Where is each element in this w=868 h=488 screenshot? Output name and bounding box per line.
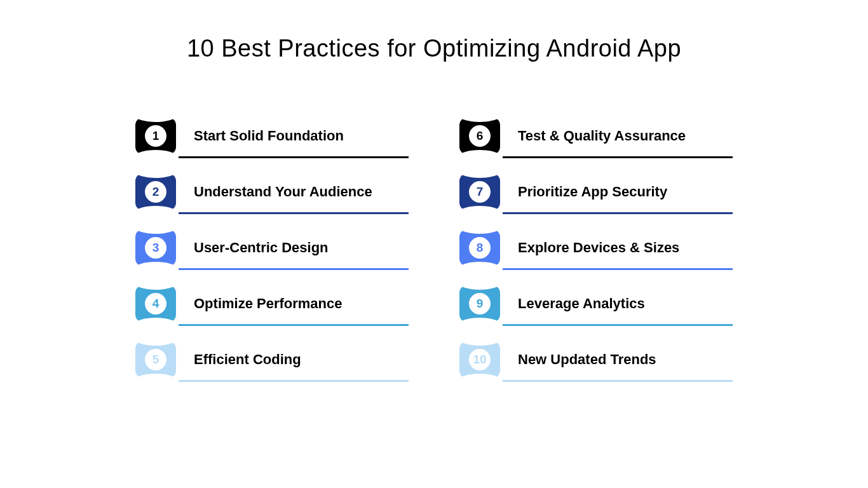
item-label: Understand Your Audience (176, 184, 409, 200)
underline (503, 156, 733, 158)
number-circle: 4 (145, 293, 166, 315)
number-circle: 9 (469, 293, 491, 315)
item-label: Prioritize App Security (500, 184, 733, 200)
list-item: 9 Leverage Analytics (459, 285, 733, 322)
list-item: 5 Efficient Coding (135, 341, 409, 378)
item-label: Test & Quality Assurance (500, 128, 733, 144)
number-badge: 7 (459, 173, 500, 210)
underline (503, 380, 733, 382)
number-badge: 8 (459, 229, 500, 266)
number: 5 (153, 353, 159, 367)
underline (179, 156, 409, 158)
item-label: Leverage Analytics (500, 295, 733, 312)
number: 10 (473, 353, 486, 367)
underline (179, 324, 409, 326)
number: 1 (153, 129, 159, 143)
number: 7 (477, 185, 484, 199)
item-label: Optimize Performance (176, 295, 409, 312)
list-item: 6 Test & Quality Assurance (459, 118, 733, 154)
number-circle: 8 (469, 237, 491, 259)
list-item: 7 Prioritize App Security (459, 173, 733, 210)
list-item: 1 Start Solid Foundation (135, 118, 409, 154)
column-right: 6 Test & Quality Assurance 7 Prioritize … (459, 118, 733, 378)
page: 10 Best Practices for Optimizing Android… (0, 0, 868, 488)
number-circle: 7 (469, 181, 491, 203)
number: 8 (477, 241, 484, 255)
number: 6 (477, 129, 484, 143)
number: 4 (153, 297, 159, 311)
item-label: User-Centric Design (176, 240, 409, 256)
number-circle: 1 (145, 125, 166, 147)
number-badge: 2 (135, 173, 176, 210)
list-item: 2 Understand Your Audience (135, 173, 409, 210)
underline (179, 268, 409, 270)
list-item: 10 New Updated Trends (459, 341, 733, 378)
item-label: Explore Devices & Sizes (500, 240, 733, 256)
number-badge: 4 (135, 285, 176, 322)
number: 9 (477, 297, 484, 311)
number-circle: 2 (145, 181, 166, 203)
item-label: Efficient Coding (176, 351, 409, 368)
column-left: 1 Start Solid Foundation 2 Understand Yo… (135, 118, 409, 378)
underline (503, 212, 733, 214)
number-circle: 3 (145, 237, 166, 259)
list-item: 3 User-Centric Design (135, 229, 409, 266)
underline (179, 380, 409, 382)
number-circle: 5 (145, 349, 166, 370)
list-item: 4 Optimize Performance (135, 285, 409, 322)
number: 3 (153, 241, 159, 255)
number-badge: 3 (135, 229, 176, 266)
item-label: Start Solid Foundation (176, 128, 409, 144)
underline (503, 268, 733, 270)
number-badge: 1 (135, 118, 176, 154)
underline (179, 212, 409, 214)
number-circle: 10 (469, 349, 491, 370)
list-item: 8 Explore Devices & Sizes (459, 229, 733, 266)
number-circle: 6 (469, 125, 491, 147)
number-badge: 10 (459, 341, 500, 378)
number: 2 (153, 185, 159, 199)
columns: 1 Start Solid Foundation 2 Understand Yo… (0, 118, 868, 378)
page-title: 10 Best Practices for Optimizing Android… (0, 35, 868, 62)
underline (503, 324, 733, 326)
number-badge: 9 (459, 285, 500, 322)
item-label: New Updated Trends (500, 351, 733, 368)
number-badge: 6 (459, 118, 500, 154)
number-badge: 5 (135, 341, 176, 378)
